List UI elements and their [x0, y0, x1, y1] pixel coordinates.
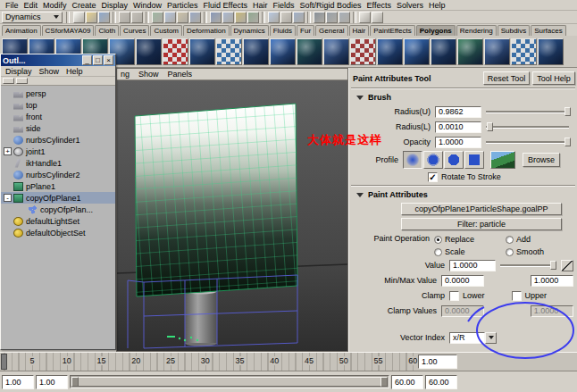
shelf-tab[interactable]: PaintEffects — [370, 25, 415, 36]
status-icon[interactable] — [307, 12, 311, 23]
window-button[interactable]: _ — [82, 55, 92, 65]
status-icon[interactable] — [353, 12, 356, 23]
status-icon[interactable] — [164, 12, 176, 23]
shelf-tool-button[interactable] — [189, 38, 215, 65]
status-icon[interactable] — [131, 12, 143, 23]
status-icon[interactable] — [119, 12, 130, 23]
value-field[interactable]: 1.0000 — [449, 260, 496, 271]
shelf-tab[interactable]: Dynamics — [230, 25, 269, 36]
shelf-tool-button[interactable] — [323, 38, 349, 65]
menu-item[interactable]: Fluid Effects — [201, 1, 250, 10]
expander-toggle[interactable]: + — [4, 147, 12, 155]
status-icon[interactable] — [152, 12, 163, 23]
shelf-tool-button[interactable] — [484, 38, 510, 65]
range-end-handle[interactable] — [380, 377, 388, 387]
time-slider-ticks[interactable]: 51015202530354045505560 — [0, 353, 416, 371]
slider-handle[interactable] — [564, 138, 571, 146]
shelf-tool-button[interactable] — [216, 38, 242, 65]
tree-row[interactable]: defaultLightSet — [1, 215, 115, 227]
menu-item[interactable]: Modify — [40, 1, 70, 10]
shelf-tab[interactable]: Surfaces — [531, 25, 566, 36]
shelf-tool-button[interactable] — [377, 38, 403, 65]
tree-row[interactable]: ikHandle1 — [1, 157, 115, 169]
tree-row[interactable]: persp — [1, 88, 115, 99]
menu-item[interactable]: Effects — [364, 1, 394, 10]
expander-toggle[interactable]: - — [4, 194, 12, 202]
anim-start-field[interactable]: 1.00 — [36, 375, 68, 389]
opacity-field[interactable]: 1.0000 — [435, 137, 481, 148]
radius-l-field[interactable]: 0.0010 — [435, 121, 481, 133]
shelf-tab[interactable]: General — [315, 25, 347, 36]
vector-index-dropdown[interactable]: x/R — [449, 332, 485, 344]
playback-start-field[interactable]: 1.00 — [2, 375, 34, 389]
slider-handle[interactable] — [564, 107, 571, 116]
clamp-upper-checkbox[interactable] — [512, 291, 522, 301]
menu-item[interactable]: Create — [70, 1, 99, 10]
menu-item[interactable]: File — [3, 1, 21, 10]
shelf-tool-button[interactable] — [511, 38, 537, 65]
status-icon[interactable] — [113, 12, 116, 23]
current-time-field[interactable]: 1.00 — [418, 354, 457, 369]
status-icon[interactable] — [280, 12, 292, 23]
shelf-tool-button[interactable] — [297, 38, 322, 65]
menu-item[interactable]: Soft/Rigid Bodies — [297, 1, 364, 10]
status-icon[interactable] — [268, 12, 280, 23]
shelf-tab[interactable]: Subdivs — [498, 25, 530, 36]
chevron-down-icon[interactable] — [485, 332, 497, 344]
brush-section-header[interactable]: Brush — [349, 91, 577, 104]
status-icon[interactable] — [177, 12, 188, 23]
shelf-tab[interactable]: Polygons — [416, 25, 456, 36]
shelf-tool-button[interactable] — [538, 38, 564, 65]
brush-profile-square-button[interactable] — [464, 151, 484, 169]
status-icon[interactable] — [359, 12, 371, 23]
tree-row[interactable]: copyOfpPlan... — [1, 204, 115, 215]
outliner-menu-item[interactable]: Show — [37, 67, 63, 76]
clamp-lower-checkbox[interactable] — [449, 291, 459, 301]
brush-profile-medium-button[interactable] — [423, 151, 443, 169]
viewport-panel[interactable]: ngShowPanels — [116, 68, 348, 352]
status-icon[interactable] — [314, 12, 325, 23]
menu-item[interactable]: Help — [426, 1, 448, 10]
radius-u-field[interactable]: 0.9862 — [435, 106, 481, 118]
shelf-tab[interactable]: CSforMAYA09 — [42, 25, 95, 36]
paint-attribute-button[interactable]: copyOfpPlane1ParticleShape.goalPP — [401, 203, 562, 215]
menu-item[interactable]: Particles — [164, 1, 201, 10]
tree-row[interactable]: - copyOfpPlane1 — [1, 192, 115, 204]
brush-profile-soft-button[interactable] — [403, 151, 422, 169]
range-bar[interactable] — [70, 375, 389, 388]
browse-button[interactable]: Browse — [523, 153, 560, 167]
viewport-menu-item[interactable]: Show — [138, 70, 159, 79]
opacity-slider[interactable] — [486, 137, 569, 147]
menu-item[interactable]: Hair — [250, 1, 271, 10]
menu-item[interactable]: Solvers — [394, 1, 426, 10]
shelf-tab[interactable]: Curves — [120, 25, 149, 36]
status-icon[interactable] — [189, 12, 201, 23]
paint-attributes-section-header[interactable]: Paint Attributes — [349, 188, 577, 201]
reset-tool-button[interactable]: Reset Tool — [483, 71, 530, 85]
min-value-field[interactable]: 0.0000 — [441, 275, 484, 287]
status-icon[interactable] — [73, 12, 85, 23]
shelf-tool-button[interactable] — [431, 38, 456, 65]
shelf-tool-button[interactable] — [136, 38, 162, 65]
status-icon[interactable] — [98, 12, 110, 23]
shelf-tool-button[interactable] — [243, 38, 269, 65]
max-value-field[interactable]: 1.0000 — [531, 275, 573, 287]
status-icon[interactable] — [372, 12, 383, 23]
playback-end-field[interactable]: 60.00 — [425, 375, 457, 389]
shelf-tab[interactable]: Cloth — [95, 25, 119, 36]
paint-operation-radio[interactable]: Replace — [434, 234, 506, 245]
tree-row[interactable]: pPlane1 — [1, 180, 115, 192]
value-map-button[interactable] — [561, 260, 573, 271]
tree-row[interactable]: nurbsCylinder1 — [1, 134, 115, 146]
tree-row[interactable]: nurbsCylinder2 — [1, 169, 115, 180]
shelf-tab[interactable]: Deformation — [183, 25, 230, 36]
tree-row[interactable]: defaultObjectSet — [1, 227, 115, 238]
paint-operation-radio[interactable]: Smooth — [506, 246, 577, 257]
status-icon[interactable] — [339, 12, 350, 23]
status-icon[interactable] — [262, 12, 265, 23]
shelf-tool-button[interactable] — [457, 38, 483, 65]
shelf-tool-button[interactable] — [163, 38, 188, 65]
paint-operation-radio[interactable]: Scale — [434, 246, 506, 257]
shelf-tab[interactable]: Custom — [150, 25, 182, 36]
outliner-splitter-button[interactable] — [16, 78, 28, 84]
